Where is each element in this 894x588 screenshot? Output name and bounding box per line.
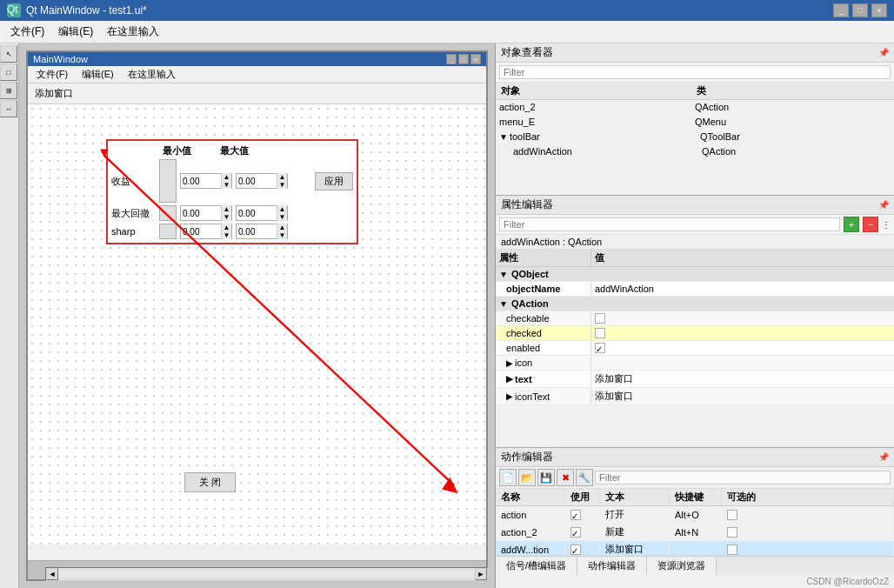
scroll-right-arrow[interactable]: ► bbox=[475, 568, 487, 580]
spin-up-profit-max[interactable]: ▲ bbox=[277, 173, 287, 181]
spin-up-sharp-min[interactable]: ▲ bbox=[221, 224, 231, 231]
toolbar-expand-icon[interactable]: ▼ bbox=[499, 132, 508, 142]
action-row-action[interactable]: action ✓ 打开 Alt+O bbox=[496, 506, 894, 524]
spin-up-dd-max[interactable]: ▲ bbox=[277, 205, 287, 213]
text-expand[interactable]: ▶ bbox=[506, 374, 513, 384]
action-used-check-0[interactable]: ✓ bbox=[570, 510, 581, 520]
action-col-name: 名称 bbox=[496, 489, 565, 505]
spacer-tool[interactable]: ↔ bbox=[0, 100, 17, 117]
maximize-button[interactable]: □ bbox=[852, 3, 868, 17]
prop-remove-btn[interactable]: − bbox=[863, 217, 878, 232]
spinbox-sharp-max[interactable]: 0.00 ▲ ▼ bbox=[236, 224, 288, 239]
action-editor-pin[interactable]: 📌 bbox=[878, 452, 889, 462]
spin-up-profit-min[interactable]: ▲ bbox=[221, 173, 231, 181]
property-pin[interactable]: 📌 bbox=[878, 200, 889, 210]
prop-row-text[interactable]: ▶ text 添加窗口 bbox=[496, 371, 894, 388]
property-filter[interactable] bbox=[499, 217, 840, 231]
prop-add-btn[interactable]: + bbox=[844, 217, 859, 232]
minimize-button[interactable]: _ bbox=[833, 3, 849, 17]
spinbox-drawdown-max[interactable]: 0.00 ▲ ▼ bbox=[236, 205, 288, 221]
close-button[interactable]: × bbox=[871, 3, 887, 17]
action-used-check-1[interactable]: ✓ bbox=[570, 527, 581, 538]
prop-row-enabled[interactable]: enabled ✓ bbox=[496, 341, 894, 356]
tab-resource-browser[interactable]: 资源浏览器 bbox=[647, 557, 717, 575]
action-delete-btn[interactable]: ✖ bbox=[557, 469, 574, 486]
mw-minimize[interactable]: _ bbox=[446, 54, 457, 64]
checkable-checkbox[interactable] bbox=[595, 313, 605, 324]
action-row-action2[interactable]: action_2 ✓ 新建 Alt+N bbox=[496, 524, 894, 541]
obj-name-addwin: addWinAction bbox=[513, 146, 702, 157]
prop-row-checkable[interactable]: checkable bbox=[496, 311, 894, 326]
tab-signal-slot[interactable]: 信号/槽编辑器 bbox=[496, 557, 577, 575]
scroll-drawdown[interactable] bbox=[159, 205, 177, 221]
mw-menu-input[interactable]: 在这里输入 bbox=[123, 67, 181, 82]
prop-value-icontext[interactable]: 添加窗口 bbox=[591, 388, 894, 404]
action-new-btn[interactable]: 📄 bbox=[499, 469, 517, 486]
spin-down-dd-max[interactable]: ▼ bbox=[277, 213, 287, 221]
prop-row-checked[interactable]: checked bbox=[496, 326, 894, 341]
qobject-expand[interactable]: ▼ bbox=[499, 270, 508, 279]
canvas-hscroll[interactable]: ◄ ► bbox=[45, 567, 488, 581]
prop-row-icontext[interactable]: ▶ iconText 添加窗口 bbox=[496, 388, 894, 405]
obj-class-action2: QAction bbox=[695, 102, 891, 112]
spin-up-sharp-max[interactable]: ▲ bbox=[277, 224, 287, 231]
checked-checkbox[interactable] bbox=[595, 328, 605, 338]
mw-maximize[interactable]: □ bbox=[458, 54, 469, 64]
layout-tool[interactable]: ⊞ bbox=[0, 82, 17, 99]
icon-expand[interactable]: ▶ bbox=[506, 358, 513, 368]
prop-row-icon[interactable]: ▶ icon bbox=[496, 356, 894, 371]
action-filter-input[interactable] bbox=[595, 471, 891, 484]
prop-value-checkable bbox=[591, 311, 894, 325]
prop-row-objectname[interactable]: objectName addWinAction bbox=[496, 282, 894, 297]
action-sel-check-1[interactable] bbox=[727, 527, 737, 538]
scroll-sharp[interactable] bbox=[159, 224, 177, 239]
enabled-checkbox[interactable]: ✓ bbox=[595, 343, 605, 353]
spinbox-drawdown-min[interactable]: 0.00 ▲ ▼ bbox=[180, 205, 232, 221]
apply-button[interactable]: 应用 bbox=[315, 172, 353, 190]
action-open-btn[interactable]: 📂 bbox=[518, 469, 536, 486]
spin-up-dd-min[interactable]: ▲ bbox=[221, 205, 231, 213]
spinbox-profit-max[interactable]: 0.00 ▲ ▼ bbox=[236, 173, 288, 189]
spin-down-sharp-max[interactable]: ▼ bbox=[277, 231, 287, 239]
spinbox-profit-min[interactable]: 0.00 ▲ ▼ bbox=[180, 173, 232, 189]
inspector-row-toolbar[interactable]: ▼ toolBar QToolBar bbox=[496, 130, 894, 144]
widget-tool[interactable]: □ bbox=[0, 63, 17, 81]
action-name-action: action bbox=[496, 508, 565, 522]
menu-input[interactable]: 在这里输入 bbox=[100, 23, 166, 41]
inspector-filter[interactable] bbox=[499, 65, 891, 79]
qaction-expand[interactable]: ▼ bbox=[499, 299, 508, 309]
designer-canvas[interactable]: 最小值 最大值 收益 0.00 ▲ bbox=[28, 104, 486, 545]
prop-value-objectname[interactable]: addWinAction bbox=[591, 282, 894, 296]
action-sel-check-2[interactable] bbox=[727, 545, 737, 555]
inspector-pin[interactable]: 📌 bbox=[878, 48, 889, 57]
inspector-row-menu[interactable]: menu_E QMenu bbox=[496, 115, 894, 130]
prop-options-btn[interactable]: ⋮ bbox=[882, 220, 891, 230]
inspector-header: 对象查看器 📌 bbox=[496, 43, 894, 63]
scroll-profit[interactable] bbox=[159, 159, 177, 203]
inspector-row-action2[interactable]: action_2 QAction bbox=[496, 100, 894, 115]
close-button[interactable]: 关 闭 bbox=[184, 472, 236, 492]
inspector-row-addwin[interactable]: addWinAction QAction bbox=[496, 144, 894, 159]
spin-down-profit-max[interactable]: ▼ bbox=[277, 181, 287, 189]
mw-menu-edit[interactable]: 编辑(E) bbox=[77, 67, 119, 82]
toolbar-add-window-btn[interactable]: 添加窗口 bbox=[31, 85, 77, 102]
spinbox-sharp-min[interactable]: 0.00 ▲ ▼ bbox=[180, 224, 232, 239]
menu-edit[interactable]: 编辑(E) bbox=[51, 23, 100, 41]
prop-value-text[interactable]: 添加窗口 bbox=[591, 371, 894, 387]
icontext-expand[interactable]: ▶ bbox=[506, 391, 513, 401]
scroll-thumb[interactable] bbox=[59, 571, 474, 578]
spin-down-sharp-min[interactable]: ▼ bbox=[221, 231, 231, 239]
action-used-check-2[interactable]: ✓ bbox=[570, 545, 581, 555]
action-sel-check-0[interactable] bbox=[727, 510, 737, 520]
mw-close[interactable]: × bbox=[470, 54, 481, 64]
spin-down-profit-min[interactable]: ▼ bbox=[221, 181, 231, 189]
scroll-left-arrow[interactable]: ◄ bbox=[46, 568, 58, 580]
mw-menu-file[interactable]: 文件(F) bbox=[31, 67, 73, 82]
tab-action-editor[interactable]: 动作编辑器 bbox=[577, 557, 647, 575]
action-settings-btn[interactable]: 🔧 bbox=[576, 469, 593, 486]
menu-file[interactable]: 文件(F) bbox=[3, 23, 51, 41]
prop-section-qobject: ▼ QObject bbox=[496, 267, 894, 282]
spin-down-dd-min[interactable]: ▼ bbox=[221, 213, 231, 221]
action-save-btn[interactable]: 💾 bbox=[537, 469, 555, 486]
pointer-tool[interactable]: ↖ bbox=[0, 45, 17, 63]
